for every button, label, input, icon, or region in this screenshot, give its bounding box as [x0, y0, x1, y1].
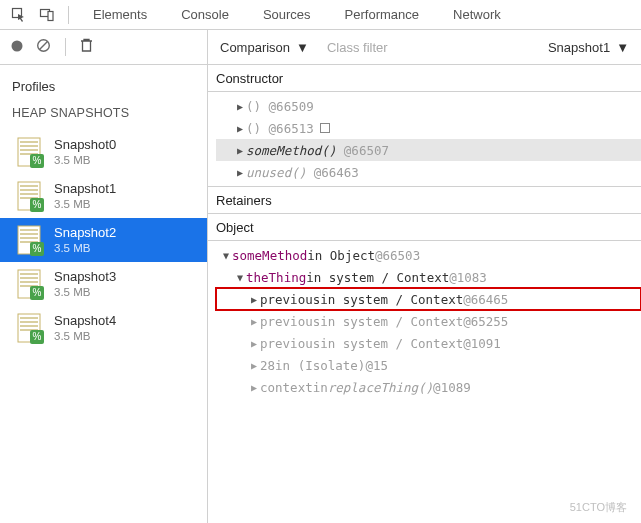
expand-arrow-icon[interactable]: ▶ [248, 294, 260, 305]
svg-text:%: % [33, 243, 42, 254]
svg-point-3 [12, 40, 23, 51]
snapshot-size: 3.5 MB [54, 153, 116, 167]
devtools-topbar: Elements Console Sources Performance Net… [0, 0, 641, 30]
retainer-row[interactable]: ▶28 in (Isolate) @15 [216, 354, 641, 376]
content-toolbar: Comparison ▼ Snapshot1 ▼ [208, 30, 641, 65]
svg-rect-30 [20, 281, 38, 283]
snapshot-list: %Snapshot03.5 MB%Snapshot13.5 MB%Snapsho… [0, 130, 207, 350]
svg-rect-35 [20, 317, 38, 319]
snapshot-name: Snapshot0 [54, 137, 116, 153]
svg-text:%: % [33, 199, 42, 210]
snapshot-item[interactable]: %Snapshot33.5 MB [0, 262, 207, 306]
retainer-row[interactable]: ▶previous in system / Context @66465 [216, 288, 641, 310]
retainer-row[interactable]: ▼theThing in system / Context @1083 [216, 266, 641, 288]
profiles-label: Profiles [0, 65, 207, 100]
svg-text:%: % [33, 287, 42, 298]
expand-arrow-icon[interactable]: ▶ [234, 101, 246, 112]
profiles-sidebar: Profiles HEAP SNAPSHOTS %Snapshot03.5 MB… [0, 30, 208, 523]
snapshot-size: 3.5 MB [54, 329, 116, 343]
snapshot-name: Snapshot3 [54, 269, 116, 285]
constructor-row[interactable]: ▶() @66513 [216, 117, 641, 139]
expand-arrow-icon[interactable]: ▶ [234, 145, 246, 156]
retainers-header: Retainers [208, 187, 641, 214]
record-icon[interactable] [10, 39, 24, 56]
svg-rect-28 [20, 273, 38, 275]
snapshot-item[interactable]: %Snapshot23.5 MB [0, 218, 207, 262]
heap-snapshots-label: HEAP SNAPSHOTS [0, 100, 207, 130]
snapshot-icon: % [16, 180, 44, 212]
snapshot-icon: % [16, 268, 44, 300]
snapshot-name: Snapshot1 [54, 181, 116, 197]
class-filter-input[interactable] [321, 36, 496, 59]
snapshot-name: Snapshot4 [54, 313, 116, 329]
tab-network[interactable]: Network [439, 0, 515, 30]
constructor-row[interactable]: ▶() @66509 [216, 95, 641, 117]
constructor-row[interactable]: ▶unused() @66463 [216, 161, 641, 183]
svg-rect-15 [20, 189, 38, 191]
tab-elements[interactable]: Elements [79, 0, 161, 30]
svg-rect-29 [20, 277, 38, 279]
expand-arrow-icon[interactable]: ▼ [220, 250, 232, 261]
constructor-row[interactable]: ▶someMethod() @66507 [216, 139, 641, 161]
view-mode-label: Comparison [220, 40, 290, 55]
svg-rect-2 [48, 11, 53, 20]
retainer-row[interactable]: ▶context in replaceThing() @1089 [216, 376, 641, 398]
sidebar-toolbar [0, 30, 207, 65]
svg-rect-9 [20, 149, 38, 151]
snapshot-item[interactable]: %Snapshot43.5 MB [0, 306, 207, 350]
svg-text:%: % [33, 155, 42, 166]
watermark: 51CTO博客 [570, 500, 627, 515]
snapshot-icon: % [16, 224, 44, 256]
delete-icon[interactable] [80, 38, 93, 56]
constructor-tree: ▶() @66509▶() @66513▶someMethod() @66507… [208, 92, 641, 186]
chevron-down-icon: ▼ [296, 40, 309, 55]
svg-rect-8 [20, 145, 38, 147]
svg-rect-23 [20, 237, 38, 239]
inspect-icon[interactable] [8, 4, 30, 26]
svg-text:%: % [33, 331, 42, 342]
snapshot-item[interactable]: %Snapshot13.5 MB [0, 174, 207, 218]
svg-rect-37 [20, 325, 38, 327]
snapshot-selector-dropdown[interactable]: Snapshot1 ▼ [542, 40, 635, 55]
retainers-tree: ▼someMethod in Object @66503▼theThing in… [208, 241, 641, 401]
svg-rect-7 [20, 141, 38, 143]
svg-rect-36 [20, 321, 38, 323]
toolbar-divider [68, 6, 69, 24]
device-toggle-icon[interactable] [36, 4, 58, 26]
expand-arrow-icon[interactable]: ▶ [234, 167, 246, 178]
expand-arrow-icon[interactable]: ▶ [234, 123, 246, 134]
chevron-down-icon: ▼ [616, 40, 629, 55]
tab-sources[interactable]: Sources [249, 0, 325, 30]
object-header: Object [208, 214, 641, 241]
svg-rect-14 [20, 185, 38, 187]
svg-rect-21 [20, 229, 38, 231]
snapshot-size: 3.5 MB [54, 197, 116, 211]
expand-arrow-icon[interactable]: ▼ [234, 272, 246, 283]
view-mode-dropdown[interactable]: Comparison ▼ [214, 40, 315, 55]
retainer-row[interactable]: ▼someMethod in Object @66503 [216, 244, 641, 266]
snapshot-icon: % [16, 136, 44, 168]
snapshot-icon: % [16, 312, 44, 344]
snapshot-selector-label: Snapshot1 [548, 40, 610, 55]
tab-performance[interactable]: Performance [331, 0, 433, 30]
retainer-row[interactable]: ▶previous in system / Context @65255 [216, 310, 641, 332]
constructor-header: Constructor [208, 65, 641, 92]
content-pane: Comparison ▼ Snapshot1 ▼ Constructor ▶()… [208, 30, 641, 523]
expand-arrow-icon[interactable]: ▶ [248, 338, 260, 349]
element-badge-icon [320, 123, 330, 133]
svg-rect-22 [20, 233, 38, 235]
svg-line-5 [39, 41, 47, 49]
snapshot-size: 3.5 MB [54, 285, 116, 299]
retainer-row[interactable]: ▶previous in system / Context @1091 [216, 332, 641, 354]
clear-icon[interactable] [36, 38, 51, 56]
tab-console[interactable]: Console [167, 0, 243, 30]
expand-arrow-icon[interactable]: ▶ [248, 360, 260, 371]
sidebar-divider [65, 38, 66, 56]
snapshot-name: Snapshot2 [54, 225, 116, 241]
expand-arrow-icon[interactable]: ▶ [248, 316, 260, 327]
svg-rect-16 [20, 193, 38, 195]
expand-arrow-icon[interactable]: ▶ [248, 382, 260, 393]
snapshot-item[interactable]: %Snapshot03.5 MB [0, 130, 207, 174]
snapshot-size: 3.5 MB [54, 241, 116, 255]
